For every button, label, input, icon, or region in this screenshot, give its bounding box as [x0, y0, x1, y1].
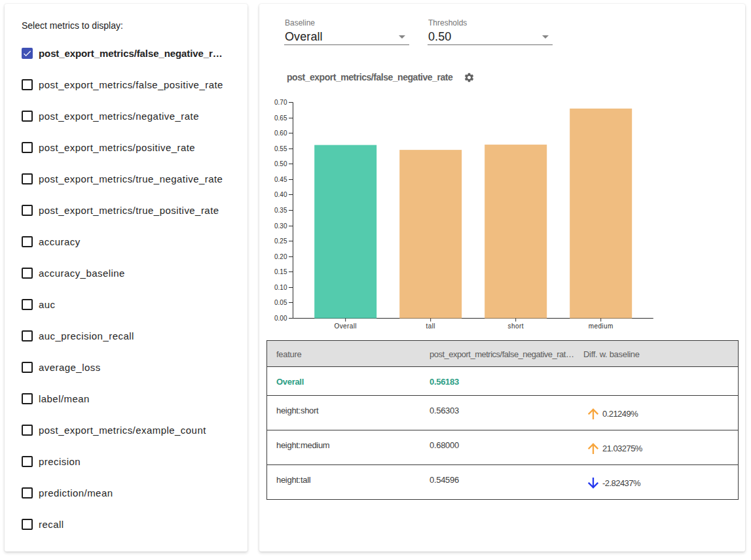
svg-text:0.70: 0.70: [274, 99, 287, 106]
svg-text:0.25: 0.25: [274, 237, 287, 245]
svg-text:0.15: 0.15: [274, 268, 287, 275]
svg-text:0.00: 0.00: [274, 315, 287, 322]
svg-text:0.60: 0.60: [274, 130, 287, 137]
svg-text:tall: tall: [426, 323, 435, 330]
svg-text:short: short: [508, 323, 524, 330]
svg-text:Overall: Overall: [334, 323, 356, 330]
svg-text:0.05: 0.05: [274, 299, 287, 306]
svg-text:0.20: 0.20: [274, 253, 287, 260]
svg-text:0.35: 0.35: [274, 207, 287, 214]
svg-text:medium: medium: [589, 323, 614, 330]
svg-text:0.30: 0.30: [274, 222, 287, 230]
svg-text:0.45: 0.45: [274, 176, 287, 183]
svg-text:0.55: 0.55: [274, 145, 287, 152]
svg-text:0.65: 0.65: [274, 114, 287, 122]
svg-text:0.50: 0.50: [274, 160, 287, 167]
svg-text:0.40: 0.40: [274, 191, 287, 198]
svg-text:0.10: 0.10: [274, 284, 287, 291]
